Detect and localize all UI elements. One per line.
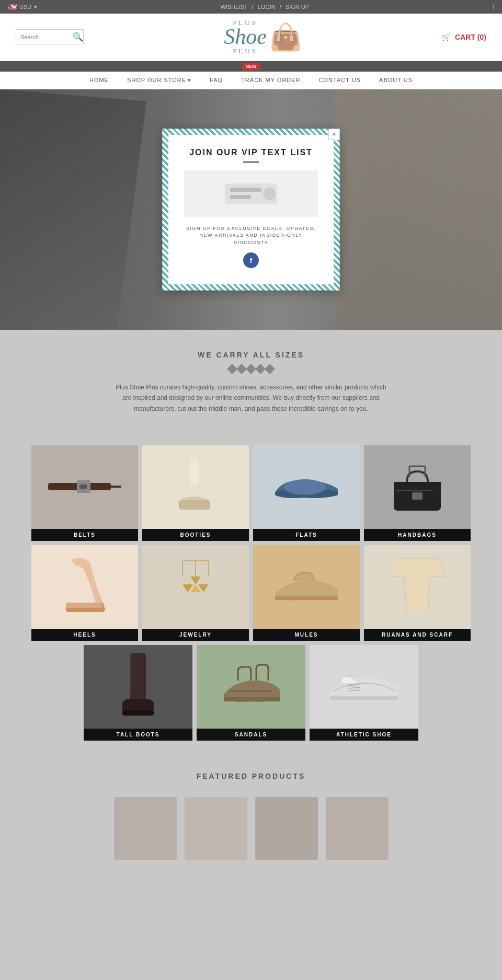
jewelry-image (142, 545, 249, 629)
svg-rect-6 (79, 485, 87, 489)
athletic-image (310, 645, 418, 729)
category-heels[interactable]: HEELS (31, 545, 138, 641)
wishlist-link[interactable]: WISHLIST (221, 4, 248, 10)
svg-rect-1 (230, 188, 261, 192)
ruanas-label: RUANAS AND SCARF (364, 629, 471, 641)
booties-image (142, 445, 249, 529)
svg-point-3 (263, 188, 276, 200)
categories-row-3: TALL BOOTS SANDALS (84, 645, 418, 741)
svg-rect-10 (179, 500, 210, 510)
hero-banner: × JOIN OUR VIP TEXT LIST SIGN UP FOR EXC… (0, 89, 502, 330)
currency-label: USD (19, 4, 31, 10)
svg-rect-26 (130, 653, 146, 705)
cart-icon: 🛒 (442, 33, 451, 41)
svg-rect-2 (230, 195, 251, 199)
categories-row-2: HEELS JEWELRY (31, 545, 471, 641)
main-nav: HOME SHOP OUR STORE ▾ FAQ TRACK MY ORDER… (0, 72, 502, 89)
top-bar: 🇺🇸 USD ▾ WISHLIST / LOGIN / SIGN UP f (0, 0, 502, 14)
category-sandals[interactable]: SANDALS (197, 645, 305, 741)
svg-rect-18 (66, 608, 104, 612)
categories-section: BELTS BOOTIES FLATS (0, 440, 502, 756)
modal-content: JOIN OUR VIP TEXT LIST SIGN UP FOR EXCLU… (168, 135, 334, 279)
svg-point-12 (284, 479, 326, 495)
modal-image (184, 170, 318, 217)
ruanas-image (364, 545, 471, 629)
search-icon[interactable]: 🔍 (73, 32, 83, 42)
modal-image-svg (220, 173, 282, 215)
belts-image (31, 445, 138, 529)
category-ruanas[interactable]: RUANAS AND SCARF (364, 545, 471, 641)
new-badge-area: NEW (0, 61, 502, 72)
svg-rect-27 (122, 710, 154, 716)
cart-area[interactable]: 🛒 CART (0) (442, 33, 486, 41)
category-mules[interactable]: MULES (253, 545, 360, 641)
category-flats[interactable]: FLATS (253, 445, 360, 541)
modal-subtitle: SIGN UP FOR EXCLUSIVE DEALS, UPDATES, NE… (184, 225, 318, 247)
category-athletic[interactable]: ATHLETIC SHOE (310, 645, 418, 741)
featured-product-4[interactable] (326, 797, 389, 860)
search-input[interactable] (20, 34, 73, 40)
svg-rect-13 (396, 490, 433, 491)
chevron-down-icon: ▾ (188, 77, 191, 84)
modal-close-button[interactable]: × (328, 129, 340, 140)
nav-shop-store[interactable]: SHOP OUR STORE ▾ (127, 77, 191, 84)
athletic-label: ATHLETIC SHOE (310, 729, 418, 741)
diamond-5 (265, 364, 275, 374)
signup-link[interactable]: SIGN UP (286, 4, 309, 10)
site-header: 🔍 PLUS Shoe PLUS 👜 🛒 CART (0) (0, 14, 502, 61)
flats-image (253, 445, 360, 529)
logo[interactable]: PLUS Shoe PLUS 👜 (224, 19, 302, 55)
svg-marker-22 (190, 577, 201, 584)
new-badge: NEW (243, 63, 260, 70)
handbags-image (364, 445, 471, 529)
vip-modal: × JOIN OUR VIP TEXT LIST SIGN UP FOR EXC… (162, 129, 340, 291)
svg-rect-14 (412, 492, 423, 500)
category-tallboots[interactable]: TALL BOOTS (84, 645, 192, 741)
featured-product-1[interactable] (114, 797, 177, 860)
svg-rect-11 (190, 458, 198, 485)
nav-track-order[interactable]: TRACK MY ORDER (241, 77, 300, 83)
booties-label: BOOTIES (142, 529, 249, 541)
chevron-down-icon: ▾ (34, 4, 37, 10)
sandals-label: SANDALS (197, 729, 305, 741)
cart-label: CART (0) (455, 33, 486, 41)
flag-icon: 🇺🇸 (8, 3, 17, 11)
modal-title: JOIN OUR VIP TEXT LIST (184, 148, 318, 157)
category-handbags[interactable]: HANDBAGS (364, 445, 471, 541)
jewelry-label: JEWELRY (142, 629, 249, 641)
heels-label: HEELS (31, 629, 138, 641)
currency-selector[interactable]: 🇺🇸 USD ▾ (8, 3, 37, 11)
category-booties[interactable]: BOOTIES (142, 445, 249, 541)
carry-title: WE CARRY ALL SIZES (10, 351, 492, 359)
mules-label: MULES (253, 629, 360, 641)
category-jewelry[interactable]: JEWELRY (142, 545, 249, 641)
nav-home[interactable]: HOME (89, 77, 109, 83)
flats-label: FLATS (253, 529, 360, 541)
mules-image (253, 545, 360, 629)
tallboots-label: TALL BOOTS (84, 729, 192, 741)
top-nav-links: WISHLIST / LOGIN / SIGN UP (221, 4, 310, 10)
featured-section: FEATURED PRODUCTS (0, 756, 502, 881)
featured-products-row (10, 787, 492, 870)
featured-product-2[interactable] (185, 797, 247, 860)
tallboots-image (84, 645, 192, 729)
facebook-top-icon[interactable]: f (492, 3, 494, 11)
nav-about-us[interactable]: ABOUT US (379, 77, 413, 83)
featured-product-3[interactable] (255, 797, 318, 860)
handbags-label: HANDBAGS (364, 529, 471, 541)
modal-facebook-button[interactable]: f (243, 252, 259, 268)
nav-faq[interactable]: FAQ (210, 77, 223, 83)
categories-row-1: BELTS BOOTIES FLATS (31, 445, 471, 541)
belts-label: BELTS (31, 529, 138, 541)
modal-overlay: × JOIN OUR VIP TEXT LIST SIGN UP FOR EXC… (0, 89, 502, 330)
logo-shoe-icon: 👜 (269, 22, 302, 52)
nav-contact-us[interactable]: CONTACT US (319, 77, 361, 83)
search-box[interactable]: 🔍 (16, 29, 84, 44)
diamond-divider (10, 365, 492, 373)
modal-divider (243, 162, 259, 163)
sandals-image (197, 645, 305, 729)
heels-image (31, 545, 138, 629)
category-belts[interactable]: BELTS (31, 445, 138, 541)
login-link[interactable]: LOGIN (258, 4, 276, 10)
carry-description: Plus Shoe Plus curates high-quality, cus… (115, 382, 387, 414)
